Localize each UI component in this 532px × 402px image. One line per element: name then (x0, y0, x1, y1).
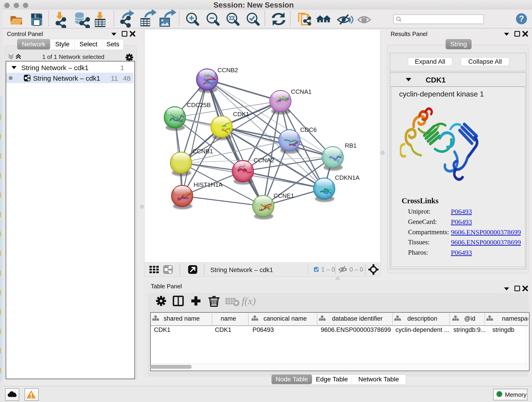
svg-text:String Network – cdk1: String Network – cdk1 (210, 266, 273, 274)
svg-text:1 – 0: 1 – 0 (321, 266, 335, 273)
svg-text:0 – 0: 0 – 0 (349, 266, 363, 273)
svg-text:CCNA2: CCNA2 (254, 157, 274, 164)
svg-text:CCNB2: CCNB2 (217, 67, 238, 74)
svg-text:CCNE1: CCNE1 (273, 192, 294, 199)
svg-text:f(x): f(x) (242, 295, 256, 307)
svg-text:CDC25B: CDC25B (187, 102, 211, 108)
svg-text:CCNB1: CCNB1 (192, 148, 213, 155)
svg-text:CCNA1: CCNA1 (291, 88, 312, 95)
svg-text:CDC6: CDC6 (300, 126, 317, 133)
svg-text:RB1: RB1 (345, 142, 357, 149)
svg-text:HIST1H1A: HIST1H1A (194, 181, 223, 188)
svg-text:CDK1: CDK1 (233, 111, 249, 118)
svg-text:CDKN1A: CDKN1A (335, 174, 360, 181)
